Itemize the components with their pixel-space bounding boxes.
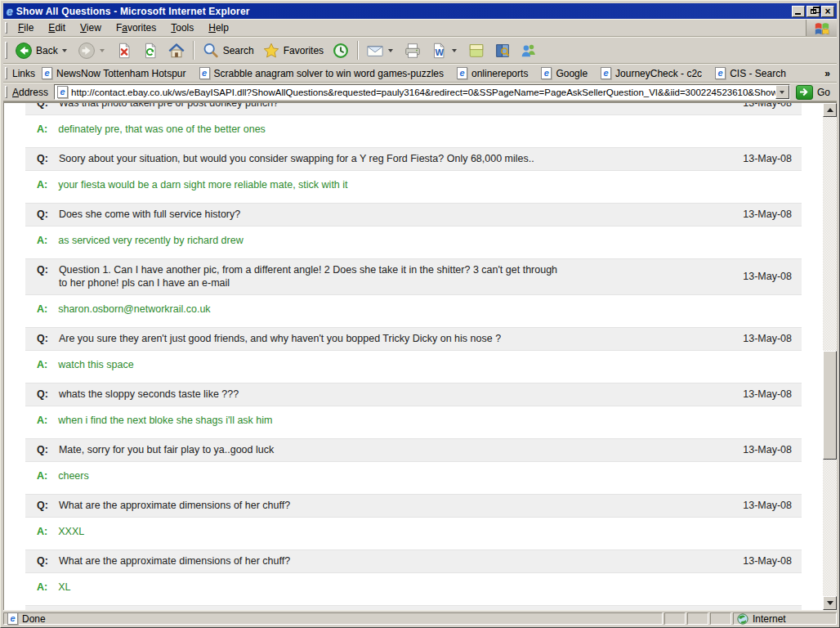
history-button[interactable] bbox=[328, 39, 354, 62]
menu-item[interactable]: Help bbox=[201, 20, 236, 35]
menu-items: File Edit View Favorites Tools Help bbox=[11, 20, 236, 36]
menu-item[interactable]: File bbox=[11, 20, 41, 35]
address-input[interactable]: e http://contact.ebay.co.uk/ws/eBayISAPI… bbox=[54, 84, 790, 100]
question-row: Q: What are the approximate dimensions o… bbox=[25, 494, 802, 518]
mail-button[interactable] bbox=[362, 39, 400, 62]
answer-label: A: bbox=[37, 234, 47, 247]
messenger-icon bbox=[520, 42, 538, 60]
question-text: Are you sure they aren't just good frien… bbox=[59, 332, 501, 345]
link-item[interactable]: e Google bbox=[541, 67, 588, 79]
stop-button[interactable] bbox=[111, 39, 137, 62]
toolbar-separator bbox=[357, 41, 359, 60]
links-bar-label: Links bbox=[12, 68, 35, 79]
answer-label: A: bbox=[37, 469, 47, 482]
research-icon bbox=[494, 42, 512, 60]
forward-dropdown-icon[interactable] bbox=[100, 49, 105, 52]
messenger-button[interactable] bbox=[516, 39, 542, 62]
question-date: 13-May-08 bbox=[743, 103, 792, 110]
menu-item[interactable]: Edit bbox=[41, 20, 73, 35]
answer-text: when i find the next bloke she shags i'l… bbox=[58, 414, 272, 427]
zone-text: Internet bbox=[753, 613, 786, 625]
ie-window-icon: e bbox=[7, 6, 13, 17]
answer-row: A: your fiesta would be a darn sight mor… bbox=[25, 171, 802, 191]
link-item[interactable]: e JourneyCheck - c2c bbox=[601, 67, 702, 79]
home-button[interactable] bbox=[163, 39, 190, 62]
vertical-scrollbar[interactable] bbox=[823, 103, 837, 610]
links-overflow-chevron[interactable]: » bbox=[824, 68, 830, 79]
refresh-button[interactable] bbox=[137, 39, 163, 62]
question-row: Q: whats the sloppy seconds taste like ?… bbox=[25, 383, 802, 406]
link-item[interactable]: e CIS - Search bbox=[715, 67, 786, 79]
back-icon bbox=[15, 42, 33, 60]
link-item[interactable]: e NewsNow Tottenham Hotspur bbox=[42, 67, 186, 79]
menu-item[interactable]: View bbox=[73, 20, 109, 35]
back-dropdown-icon[interactable] bbox=[62, 49, 67, 52]
link-item[interactable]: e onlinereports bbox=[457, 67, 528, 79]
close-button[interactable]: × bbox=[821, 6, 834, 17]
question-date: 13-May-08 bbox=[743, 270, 792, 283]
menu-item[interactable]: Favorites bbox=[109, 20, 163, 35]
question-row: Q: Was that photo taken pre or post donk… bbox=[25, 103, 802, 115]
back-label: Back bbox=[36, 45, 58, 56]
answer-label: A: bbox=[37, 414, 47, 427]
question-date: 13-May-08 bbox=[743, 499, 792, 512]
status-text: Done bbox=[22, 613, 46, 625]
page-viewport: Q: Was that photo taken pre or post donk… bbox=[4, 103, 823, 610]
link-ie-icon: e bbox=[42, 67, 52, 79]
standard-toolbar: Back bbox=[3, 37, 837, 64]
toolbar-grip[interactable] bbox=[5, 86, 7, 98]
toolbar-grip[interactable] bbox=[5, 67, 7, 79]
status-pane-2 bbox=[687, 612, 708, 625]
link-item[interactable]: e Scrabble anagram solver to win word ga… bbox=[199, 67, 444, 79]
print-button[interactable] bbox=[400, 39, 426, 62]
qa-list: Q: Was that photo taken pre or post donk… bbox=[25, 103, 802, 610]
search-button[interactable]: Search bbox=[198, 39, 258, 62]
question-text: Question 1. Can I have another pic, from… bbox=[59, 263, 561, 289]
link-label: NewsNow Tottenham Hotspur bbox=[56, 68, 186, 79]
history-icon bbox=[332, 42, 350, 60]
triangle-up-icon bbox=[827, 108, 833, 112]
scroll-up-button[interactable] bbox=[823, 103, 837, 117]
scrollbar-thumb[interactable] bbox=[823, 351, 837, 460]
scroll-down-button[interactable] bbox=[823, 596, 837, 610]
restore-icon bbox=[811, 9, 816, 14]
question-date: 13-May-08 bbox=[743, 388, 792, 401]
go-button[interactable] bbox=[796, 85, 813, 100]
content-frame: Q: Was that photo taken pre or post donk… bbox=[3, 101, 837, 610]
forward-icon bbox=[78, 42, 96, 60]
minimize-icon bbox=[795, 13, 801, 15]
back-button[interactable]: Back bbox=[11, 39, 74, 62]
scrollbar-track[interactable] bbox=[823, 117, 837, 596]
question-row: Q: Are you sure they aren't just good fr… bbox=[25, 327, 802, 351]
minimize-button[interactable] bbox=[792, 6, 805, 17]
discuss-button[interactable] bbox=[463, 39, 489, 62]
restore-button[interactable] bbox=[806, 6, 820, 17]
forward-button[interactable] bbox=[74, 39, 111, 62]
question-text: Was that photo taken pre or post donkey … bbox=[59, 103, 279, 110]
favorites-button[interactable]: Favorites bbox=[258, 39, 328, 62]
favorites-label: Favorites bbox=[284, 45, 324, 56]
discuss-icon bbox=[467, 42, 485, 60]
research-button[interactable] bbox=[489, 39, 516, 62]
edit-dropdown-icon[interactable] bbox=[452, 49, 457, 52]
globe-icon bbox=[737, 613, 748, 625]
toolbar-grip[interactable] bbox=[5, 42, 7, 60]
status-pane-1 bbox=[664, 612, 686, 625]
link-ie-icon: e bbox=[601, 67, 611, 79]
toolbar-grip[interactable] bbox=[5, 22, 7, 34]
question-date: 13-May-08 bbox=[743, 554, 792, 567]
address-dropdown-button[interactable] bbox=[775, 85, 789, 99]
address-label: Address bbox=[12, 87, 48, 98]
page-ie-icon: e bbox=[57, 86, 68, 98]
mail-dropdown-icon[interactable] bbox=[388, 49, 393, 52]
question-label: Q: bbox=[37, 152, 48, 165]
home-icon bbox=[168, 42, 185, 60]
answer-row: A: cheers bbox=[25, 462, 802, 482]
links-bar: Links e NewsNow Tottenham Hotspur e Scra… bbox=[3, 64, 837, 83]
menu-item[interactable]: Tools bbox=[163, 20, 201, 35]
question-text: Does she come with full service history? bbox=[59, 208, 240, 221]
edit-with-word-button[interactable]: W bbox=[426, 39, 463, 62]
answer-label: A: bbox=[37, 358, 47, 371]
address-url-text[interactable]: http://contact.ebay.co.uk/ws/eBayISAPI.d… bbox=[71, 87, 775, 97]
question-label: Q: bbox=[37, 499, 48, 512]
